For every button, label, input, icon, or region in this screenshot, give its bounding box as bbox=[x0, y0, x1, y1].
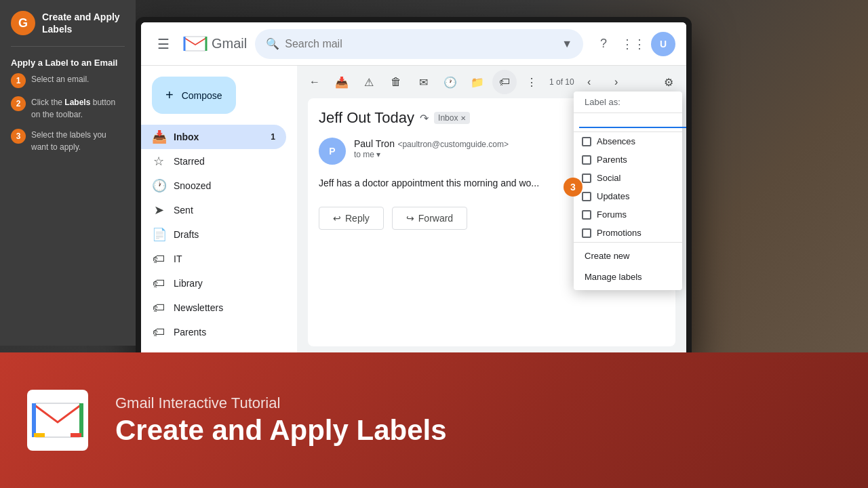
gmail-sidebar: + Compose 📥 Inbox 1 ☆ Starred 🕐 Snoozed bbox=[141, 66, 297, 357]
help-icon[interactable]: ? bbox=[591, 32, 616, 56]
mark-unread-button[interactable]: ✉ bbox=[411, 70, 435, 94]
label-item-parents[interactable]: Parents bbox=[574, 150, 682, 169]
manage-labels-button[interactable]: Manage labels bbox=[574, 266, 682, 287]
svg-rect-3 bbox=[34, 433, 45, 437]
drafts-icon: 📄 bbox=[152, 227, 165, 242]
sidebar-item-drafts[interactable]: 📄 Drafts bbox=[141, 222, 286, 247]
updates-checkbox[interactable] bbox=[582, 192, 591, 201]
back-button[interactable]: ← bbox=[302, 70, 327, 94]
archive-button[interactable]: 📥 bbox=[330, 70, 354, 94]
starred-icon: ☆ bbox=[152, 154, 165, 169]
sidebar-item-newsletters[interactable]: 🏷 Newsletters bbox=[141, 296, 286, 320]
sidebar-item-library[interactable]: 🏷 Library bbox=[141, 271, 286, 296]
toolbar-icons: ? ⋮⋮ U bbox=[591, 32, 675, 56]
email-area: ← 📥 ⚠ 🗑 ✉ 🕐 📁 🏷 ⋮ 1 of 10 ‹ › ⚙ bbox=[297, 66, 686, 357]
label-search-row: 🔍 bbox=[574, 113, 682, 132]
it-icon: 🏷 bbox=[152, 252, 165, 266]
inbox-icon: 📥 bbox=[152, 129, 165, 144]
snooze-button[interactable]: 🕐 bbox=[438, 70, 462, 94]
social-checkbox[interactable] bbox=[582, 174, 591, 183]
step-badge-1: 1 bbox=[11, 73, 26, 88]
forward-button[interactable]: ↪ Forward bbox=[392, 207, 467, 230]
sidebar-item-inbox[interactable]: 📥 Inbox 1 bbox=[141, 125, 286, 149]
promotions-checkbox[interactable] bbox=[582, 228, 591, 238]
compose-label: Compose bbox=[182, 90, 222, 101]
tutorial-divider bbox=[11, 46, 125, 47]
next-email-button[interactable]: › bbox=[604, 70, 629, 94]
delete-button[interactable]: 🗑 bbox=[384, 70, 408, 94]
sidebar-item-parents[interactable]: 🏷 Parents bbox=[141, 320, 286, 344]
settings-button[interactable]: ⚙ bbox=[656, 70, 681, 94]
monitor-screen: ☰ Gmail 🔍 ▼ ? ⋮⋮ U bbox=[141, 22, 686, 357]
label-item-forums[interactable]: Forums bbox=[574, 205, 682, 224]
compose-button[interactable]: + Compose bbox=[152, 77, 236, 114]
svg-rect-0 bbox=[184, 37, 206, 51]
label-item-updates[interactable]: Updates bbox=[574, 187, 682, 205]
move-button[interactable]: 📁 bbox=[465, 70, 490, 94]
compose-plus-icon: + bbox=[165, 87, 174, 103]
forums-label: Forums bbox=[597, 209, 627, 220]
label-item-promotions[interactable]: Promotions bbox=[574, 224, 682, 242]
reply-button[interactable]: ↩ Reply bbox=[319, 207, 384, 230]
sidebar-item-snoozed[interactable]: 🕐 Snoozed bbox=[141, 174, 286, 198]
sidebar-item-sent[interactable]: ➤ Sent bbox=[141, 198, 286, 222]
gmail-large-icon bbox=[27, 390, 88, 451]
inbox-tag: Inbox ✕ bbox=[434, 112, 470, 124]
bottom-text: Gmail Interactive Tutorial Create and Ap… bbox=[115, 394, 447, 446]
tutorial-header: G Create and Apply Labels bbox=[11, 11, 125, 35]
tutorial-section: Apply a Label to an Email 1 Select an em… bbox=[11, 58, 125, 161]
search-icon: 🔍 bbox=[266, 37, 279, 50]
label-item-social[interactable]: Social bbox=[574, 169, 682, 187]
tutorial-panel: G Create and Apply Labels Apply a Label … bbox=[0, 0, 136, 346]
tutorial-step-text-2: Click the Labels button on the toolbar. bbox=[31, 96, 125, 121]
create-new-button[interactable]: Create new bbox=[574, 245, 682, 266]
tutorial-step-3: 3 Select the labels you want to apply. bbox=[11, 129, 125, 153]
email-content: Jeff Out Today ↷ Inbox ✕ P Paul Tron <p bbox=[308, 98, 675, 346]
sidebar-item-starred[interactable]: ☆ Starred bbox=[141, 149, 286, 174]
svg-rect-4 bbox=[71, 433, 81, 437]
label-dropdown: Label as: 🔍 3 Absences bbox=[574, 92, 682, 290]
inbox-tag-close[interactable]: ✕ bbox=[460, 115, 466, 122]
absences-checkbox[interactable] bbox=[582, 137, 591, 146]
parents-checkbox[interactable] bbox=[582, 155, 591, 165]
sender-name: Paul Tron bbox=[354, 138, 395, 149]
label-dropdown-header: Label as: bbox=[574, 92, 682, 113]
to-dropdown-icon[interactable]: ▾ bbox=[376, 150, 380, 159]
label-item-absences[interactable]: Absences bbox=[574, 132, 682, 150]
reply-label: Reply bbox=[345, 213, 370, 224]
user-avatar[interactable]: U bbox=[651, 32, 675, 56]
sidebar-label-it: IT bbox=[174, 253, 275, 264]
sidebar-label-newsletters: Newsletters bbox=[174, 302, 275, 313]
spam-button[interactable]: ⚠ bbox=[357, 70, 381, 94]
sender-email: <paultron@customguide.com> bbox=[397, 140, 509, 149]
forward-icon: ↪ bbox=[406, 213, 414, 224]
tutorial-section-title: Apply a Label to an Email bbox=[11, 58, 125, 68]
label-footer: Create new Manage labels bbox=[574, 242, 682, 290]
search-dropdown-icon[interactable]: ▼ bbox=[561, 38, 572, 50]
more-options-button[interactable]: ⋮ bbox=[519, 70, 544, 94]
bottom-title: Create and Apply Labels bbox=[115, 415, 447, 446]
gmail-logo-icon bbox=[183, 35, 208, 53]
email-subject-icon: ↷ bbox=[420, 112, 429, 125]
label-search-input[interactable] bbox=[579, 117, 686, 128]
prev-email-button[interactable]: ‹ bbox=[577, 70, 601, 94]
search-input[interactable] bbox=[285, 38, 556, 50]
email-sender-info: Paul Tron <paultron@customguide.com> to … bbox=[354, 138, 599, 159]
absences-label: Absences bbox=[597, 136, 635, 146]
search-bar[interactable]: 🔍 ▼ bbox=[255, 29, 583, 59]
apps-icon[interactable]: ⋮⋮ bbox=[621, 32, 646, 56]
gmail-text: Gmail bbox=[212, 36, 247, 52]
sidebar-label-sent: Sent bbox=[174, 205, 275, 216]
sidebar-item-it[interactable]: 🏷 IT bbox=[141, 247, 286, 271]
bottom-subtitle: Gmail Interactive Tutorial bbox=[115, 394, 447, 412]
forums-checkbox[interactable] bbox=[582, 210, 591, 220]
tutorial-title: Create and Apply Labels bbox=[42, 11, 125, 35]
step-badge-3: 3 bbox=[11, 129, 26, 144]
hamburger-icon[interactable]: ☰ bbox=[152, 30, 175, 58]
page-count: 1 of 10 bbox=[549, 77, 574, 87]
sidebar-label-parents: Parents bbox=[174, 327, 275, 338]
step3-badge: 3 bbox=[564, 178, 583, 197]
label-button[interactable]: 🏷 bbox=[492, 70, 517, 94]
snoozed-icon: 🕐 bbox=[152, 178, 165, 193]
bottom-bar: Gmail Interactive Tutorial Create and Ap… bbox=[0, 352, 868, 488]
